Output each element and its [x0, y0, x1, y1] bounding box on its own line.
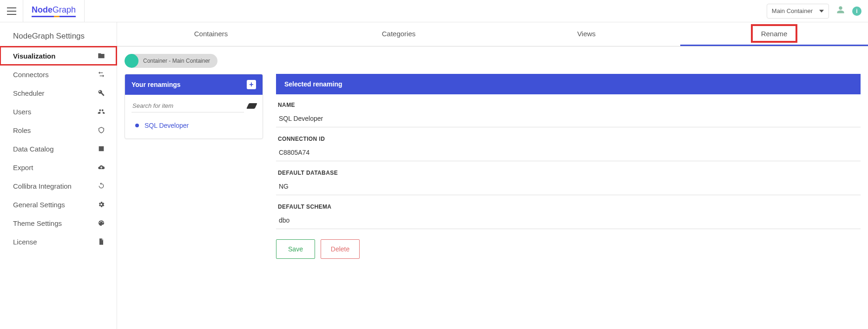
field-default-database-value[interactable]: NG	[276, 180, 861, 195]
sidebar-item-label: Connectors	[13, 71, 49, 79]
search-input[interactable]	[132, 99, 244, 112]
field-connection-id-label: CONNECTION ID	[276, 136, 861, 146]
breadcrumb-label: Container - Main Container	[138, 58, 217, 64]
folder-icon	[97, 52, 105, 59]
tab-label: Containers	[194, 30, 228, 38]
menu-toggle[interactable]	[0, 0, 23, 22]
sidebar-item-label: Theme Settings	[13, 219, 62, 227]
hamburger-icon	[7, 7, 16, 15]
users-icon	[97, 108, 105, 115]
sidebar-item-label: Scheduler	[13, 89, 45, 97]
tab-label: Categories	[382, 30, 416, 38]
field-connection-id: CONNECTION ID C8805A74	[276, 131, 861, 161]
field-name-value[interactable]: SQL Developer	[276, 112, 861, 127]
sidebar-item-label: Data Catalog	[13, 145, 54, 153]
user-icon[interactable]	[836, 6, 845, 16]
topbar-right: Main Container i	[767, 4, 861, 19]
sidebar-item-label: Collibra Integration	[13, 182, 72, 190]
sidebar-item-label: License	[13, 238, 37, 246]
topbar-left: NodeGraph	[0, 0, 85, 22]
container-selector-label: Main Container	[772, 7, 813, 14]
sidebar-item-theme-settings[interactable]: Theme Settings	[0, 214, 117, 232]
sidebar-item-export[interactable]: Export	[0, 158, 117, 177]
content: Containers Categories Views Rename Conta…	[117, 22, 868, 329]
eraser-icon[interactable]	[246, 103, 257, 109]
selected-renaming-header-label: Selected renaming	[284, 80, 342, 88]
tab-label: Views	[577, 30, 596, 38]
tab-label: Rename	[761, 30, 788, 38]
tab-rename[interactable]: Rename	[680, 22, 868, 46]
sidebar-item-users[interactable]: Users	[0, 102, 117, 121]
field-default-database-label: DEFAULT DATABASE	[276, 170, 861, 180]
field-name: NAME SQL Developer	[276, 97, 861, 127]
transfer-icon	[97, 71, 105, 78]
palette-icon	[97, 219, 105, 227]
panes: Your renamings + SQL Developer Selected …	[117, 74, 868, 266]
sidebar-item-scheduler[interactable]: Scheduler	[0, 84, 117, 102]
sidebar: NodeGraph Settings Visualization Connect…	[0, 22, 117, 329]
form-actions: Save Delete	[276, 233, 861, 259]
sidebar-item-roles[interactable]: Roles	[0, 121, 117, 139]
sidebar-item-label: Visualization	[13, 52, 55, 60]
breadcrumb-row: Container - Main Container	[117, 46, 868, 74]
tablet-icon	[97, 145, 105, 152]
sidebar-item-label: Users	[13, 108, 31, 116]
tab-categories[interactable]: Categories	[305, 22, 493, 46]
sidebar-item-label: Roles	[13, 126, 31, 134]
renaming-item[interactable]: SQL Developer	[125, 113, 263, 138]
wrench-icon	[97, 89, 105, 97]
chevron-down-icon	[819, 10, 824, 13]
field-default-schema-value[interactable]: dbo	[276, 214, 861, 229]
tab-views[interactable]: Views	[493, 22, 680, 46]
file-icon	[97, 238, 105, 245]
renaming-form: NAME SQL Developer CONNECTION ID C8805A7…	[276, 94, 861, 259]
field-connection-id-value[interactable]: C8805A74	[276, 146, 861, 161]
sidebar-item-visualization[interactable]: Visualization	[0, 46, 117, 65]
selected-renaming-header: Selected renaming	[276, 74, 861, 94]
field-default-schema-label: DEFAULT SCHEMA	[276, 204, 861, 214]
renamings-search-row	[125, 95, 263, 113]
delete-button[interactable]: Delete	[321, 239, 360, 259]
field-default-schema: DEFAULT SCHEMA dbo	[276, 199, 861, 229]
logo-node: Node	[32, 5, 53, 14]
cloud-upload-icon	[97, 164, 105, 171]
topbar: NodeGraph Main Container i	[0, 0, 868, 22]
add-renaming-button[interactable]: +	[247, 80, 256, 89]
field-default-database: DEFAULT DATABASE NG	[276, 165, 861, 195]
bullet-icon	[135, 124, 139, 127]
info-icon[interactable]: i	[852, 7, 861, 16]
renamings-header: Your renamings +	[125, 74, 263, 95]
shield-icon	[97, 126, 105, 134]
renamings-panel: Your renamings + SQL Developer	[125, 74, 263, 139]
sync-icon	[97, 182, 105, 190]
save-button[interactable]: Save	[276, 239, 315, 259]
sidebar-item-connectors[interactable]: Connectors	[0, 65, 117, 84]
renamings-header-label: Your renamings	[132, 81, 181, 88]
selected-renaming-panel: Selected renaming NAME SQL Developer CON…	[276, 74, 861, 259]
sidebar-item-data-catalog[interactable]: Data Catalog	[0, 139, 117, 158]
tab-containers[interactable]: Containers	[117, 22, 305, 46]
breadcrumb[interactable]: Container - Main Container	[125, 54, 217, 68]
renaming-item-label: SQL Developer	[145, 122, 189, 129]
sidebar-item-license[interactable]: License	[0, 232, 117, 251]
sidebar-item-general-settings[interactable]: General Settings	[0, 195, 117, 214]
container-selector[interactable]: Main Container	[767, 4, 829, 19]
breadcrumb-dot-icon	[125, 54, 138, 68]
sidebar-item-label: Export	[13, 164, 33, 171]
delete-button-label: Delete	[331, 245, 349, 253]
save-button-label: Save	[288, 245, 303, 253]
sidebar-item-label: General Settings	[13, 201, 65, 209]
sidebar-item-collibra[interactable]: Collibra Integration	[0, 177, 117, 195]
tabs: Containers Categories Views Rename	[117, 22, 868, 46]
sidebar-title: NodeGraph Settings	[0, 32, 117, 46]
gear-icon	[97, 201, 105, 208]
field-name-label: NAME	[276, 102, 861, 112]
logo[interactable]: NodeGraph	[23, 0, 85, 22]
logo-graph: Graph	[53, 5, 76, 14]
